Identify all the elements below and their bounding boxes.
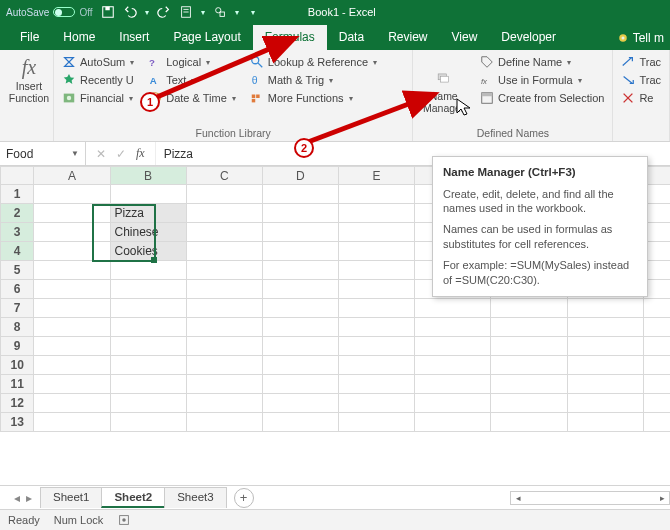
add-sheet-button[interactable]: +	[234, 488, 254, 508]
cell-F8[interactable]	[415, 318, 491, 337]
undo-icon[interactable]	[123, 5, 137, 19]
financial-button[interactable]: Financial▾	[60, 90, 136, 106]
cancel-icon[interactable]: ✕	[96, 147, 106, 161]
name-box[interactable]: Food ▼	[0, 142, 86, 165]
cell-I8[interactable]	[643, 318, 670, 337]
save-icon[interactable]	[101, 5, 115, 19]
cell-A5[interactable]	[34, 261, 110, 280]
cell-H10[interactable]	[567, 356, 643, 375]
col-header-A[interactable]: A	[34, 167, 110, 185]
cell-G11[interactable]	[491, 375, 567, 394]
cell-H7[interactable]	[567, 299, 643, 318]
cell-I9[interactable]	[643, 337, 670, 356]
cell-A6[interactable]	[34, 280, 110, 299]
cell-D1[interactable]	[262, 185, 338, 204]
cell-B11[interactable]	[110, 375, 186, 394]
cell-B4[interactable]: Cookies	[110, 242, 186, 261]
row-header-6[interactable]: 6	[1, 280, 34, 299]
cell-E3[interactable]	[339, 223, 415, 242]
fx-button[interactable]: fx	[136, 146, 145, 161]
cell-A11[interactable]	[34, 375, 110, 394]
tab-developer[interactable]: Developer	[489, 25, 568, 50]
cell-B3[interactable]: Chinese	[110, 223, 186, 242]
cell-D13[interactable]	[262, 413, 338, 432]
row-header-4[interactable]: 4	[1, 242, 34, 261]
cell-D6[interactable]	[262, 280, 338, 299]
row-header-2[interactable]: 2	[1, 204, 34, 223]
cell-E1[interactable]	[339, 185, 415, 204]
cell-F12[interactable]	[415, 394, 491, 413]
recently-used-button[interactable]: Recently U	[60, 72, 136, 88]
cell-D10[interactable]	[262, 356, 338, 375]
cell-A2[interactable]	[34, 204, 110, 223]
row-header-8[interactable]: 8	[1, 318, 34, 337]
cell-G10[interactable]	[491, 356, 567, 375]
cell-A9[interactable]	[34, 337, 110, 356]
col-header-D[interactable]: D	[262, 167, 338, 185]
cell-B13[interactable]	[110, 413, 186, 432]
cell-E12[interactable]	[339, 394, 415, 413]
row-header-13[interactable]: 13	[1, 413, 34, 432]
autosave-toggle[interactable]: AutoSave Off	[6, 7, 93, 18]
cell-E7[interactable]	[339, 299, 415, 318]
cell-B2[interactable]: Pizza	[110, 204, 186, 223]
cell-C12[interactable]	[186, 394, 262, 413]
cell-C1[interactable]	[186, 185, 262, 204]
cell-I12[interactable]	[643, 394, 670, 413]
trace-dependents-button[interactable]: Trac	[619, 72, 663, 88]
cell-C9[interactable]	[186, 337, 262, 356]
trace-precedents-button[interactable]: Trac	[619, 54, 663, 70]
cell-F10[interactable]	[415, 356, 491, 375]
cell-D9[interactable]	[262, 337, 338, 356]
text-button[interactable]: AText▾	[146, 72, 238, 88]
sheet-nav[interactable]: ◂▸	[6, 491, 40, 505]
cell-B9[interactable]	[110, 337, 186, 356]
cell-C3[interactable]	[186, 223, 262, 242]
row-header-1[interactable]: 1	[1, 185, 34, 204]
logical-button[interactable]: ?Logical▾	[146, 54, 238, 70]
tab-home[interactable]: Home	[51, 25, 107, 50]
cell-I10[interactable]	[643, 356, 670, 375]
cell-D4[interactable]	[262, 242, 338, 261]
shapes-icon[interactable]	[213, 5, 227, 19]
cell-C4[interactable]	[186, 242, 262, 261]
use-in-formula-button[interactable]: fxUse in Formula▾	[478, 72, 606, 88]
cell-D2[interactable]	[262, 204, 338, 223]
cell-C2[interactable]	[186, 204, 262, 223]
cell-H8[interactable]	[567, 318, 643, 337]
cell-E5[interactable]	[339, 261, 415, 280]
cell-B12[interactable]	[110, 394, 186, 413]
col-header-E[interactable]: E	[339, 167, 415, 185]
sheet-tab-sheet2[interactable]: Sheet2	[101, 487, 165, 508]
tell-me[interactable]: Tell m	[611, 26, 670, 50]
cell-D7[interactable]	[262, 299, 338, 318]
cell-A8[interactable]	[34, 318, 110, 337]
cell-C11[interactable]	[186, 375, 262, 394]
cell-E10[interactable]	[339, 356, 415, 375]
define-name-button[interactable]: Define Name▾	[478, 54, 606, 70]
row-header-5[interactable]: 5	[1, 261, 34, 280]
cell-I13[interactable]	[643, 413, 670, 432]
cell-A12[interactable]	[34, 394, 110, 413]
row-header-11[interactable]: 11	[1, 375, 34, 394]
cell-H9[interactable]	[567, 337, 643, 356]
cell-B1[interactable]	[110, 185, 186, 204]
cell-E2[interactable]	[339, 204, 415, 223]
col-header-C[interactable]: C	[186, 167, 262, 185]
tab-page-layout[interactable]: Page Layout	[161, 25, 252, 50]
cell-B5[interactable]	[110, 261, 186, 280]
form-icon[interactable]	[179, 5, 193, 19]
cell-F13[interactable]	[415, 413, 491, 432]
cell-F7[interactable]	[415, 299, 491, 318]
math-button[interactable]: θMath & Trig▾	[248, 72, 379, 88]
cell-D3[interactable]	[262, 223, 338, 242]
lookup-button[interactable]: Lookup & Reference▾	[248, 54, 379, 70]
cell-D5[interactable]	[262, 261, 338, 280]
cell-H13[interactable]	[567, 413, 643, 432]
horizontal-scrollbar[interactable]: ◂▸	[510, 491, 670, 505]
cell-G9[interactable]	[491, 337, 567, 356]
sheet-tab-sheet1[interactable]: Sheet1	[40, 487, 102, 508]
row-header-3[interactable]: 3	[1, 223, 34, 242]
cell-C10[interactable]	[186, 356, 262, 375]
tab-insert[interactable]: Insert	[107, 25, 161, 50]
